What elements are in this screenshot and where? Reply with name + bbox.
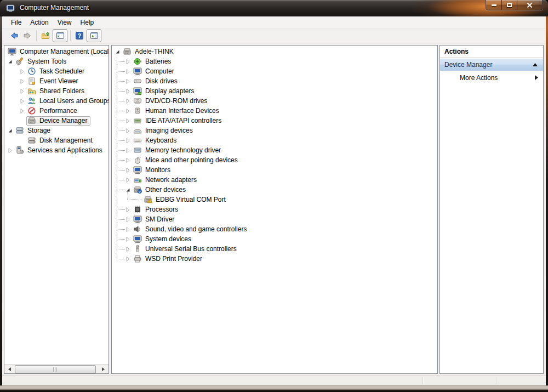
menu-file[interactable]: File	[7, 18, 26, 27]
expander-collapsed-icon[interactable]	[124, 237, 132, 242]
console-tree-panel: Computer Management (LocalSystem ToolsTa…	[4, 45, 109, 374]
expander-collapsed-icon[interactable]	[124, 118, 132, 123]
expander-expanded-icon[interactable]	[114, 49, 122, 54]
expander-collapsed-icon[interactable]	[19, 109, 26, 113]
show-hide-console-tree-button[interactable]	[53, 29, 67, 42]
tree-item[interactable]: Services and Applications	[4, 145, 109, 155]
tree-item[interactable]: System devices	[112, 234, 437, 244]
scroll-left-button[interactable]	[5, 365, 14, 373]
tree-item[interactable]: Monitors	[112, 165, 437, 175]
tree-item[interactable]: Universal Serial Bus controllers	[112, 244, 437, 254]
expander-collapsed-icon[interactable]	[124, 69, 132, 74]
computer-icon	[133, 67, 142, 76]
scroll-right-button[interactable]	[99, 365, 108, 373]
expander-collapsed-icon[interactable]	[19, 89, 26, 94]
window-controls	[486, 0, 543, 10]
window-border-bottom	[0, 385, 548, 392]
tree-item[interactable]: Adele-THINK	[112, 47, 437, 56]
tree-item[interactable]: Storage	[4, 126, 109, 135]
expander-collapsed-icon[interactable]	[124, 148, 132, 153]
main-area: Computer Management (LocalSystem ToolsTa…	[2, 43, 546, 376]
expander-collapsed-icon[interactable]	[124, 79, 132, 84]
collapse-up-icon[interactable]	[533, 63, 538, 66]
tree-item-body: Device Manager	[26, 116, 90, 126]
expander-collapsed-icon[interactable]	[124, 168, 132, 173]
export-list-button[interactable]	[39, 29, 52, 42]
tree-item[interactable]: Imaging devices	[112, 126, 437, 135]
scrollbar-thumb[interactable]	[15, 365, 96, 373]
expander-expanded-icon[interactable]	[7, 59, 14, 64]
tree-item[interactable]: Shared Folders	[4, 86, 109, 96]
tree-item[interactable]: Disk Management	[4, 135, 109, 145]
expander-collapsed-icon[interactable]	[124, 257, 132, 262]
tree-item[interactable]: Computer Management (Local	[4, 47, 109, 56]
tree-item[interactable]: Batteries	[112, 56, 437, 66]
expander-collapsed-icon[interactable]	[124, 217, 132, 222]
tree-item[interactable]: WSD Print Provider	[112, 254, 437, 264]
expander-collapsed-icon[interactable]	[124, 207, 132, 212]
tree-item[interactable]: Device Manager	[4, 116, 109, 126]
tree-item[interactable]: Display adapters	[112, 86, 437, 96]
expander-collapsed-icon[interactable]	[124, 178, 132, 183]
tree-item-body: Monitors	[132, 166, 174, 175]
display-adapters-icon	[133, 87, 142, 95]
expander-collapsed-icon[interactable]	[7, 148, 14, 153]
expander-collapsed-icon[interactable]	[124, 138, 132, 143]
expander-collapsed-icon[interactable]	[124, 109, 132, 113]
tree-item[interactable]: Keyboards	[112, 135, 437, 145]
minimize-button[interactable]	[486, 0, 502, 10]
tree-item-body: Adele-THINK	[122, 47, 177, 56]
tree-item[interactable]: System Tools	[4, 56, 109, 66]
tree-item[interactable]: Local Users and Groups	[4, 96, 109, 106]
screen: Computer Management File Action View Hel…	[0, 0, 548, 392]
tree-item[interactable]: Network adapters	[112, 175, 437, 185]
scrollbar-grip-icon	[53, 367, 58, 372]
maximize-button[interactable]	[502, 0, 517, 10]
client-area: File Action View Help ? Computer Managem…	[2, 16, 546, 385]
expander-collapsed-icon[interactable]	[124, 99, 132, 104]
tree-item-body: Event Viewer	[26, 77, 81, 86]
expander-expanded-icon[interactable]	[124, 188, 132, 192]
expander-collapsed-icon[interactable]	[19, 79, 26, 84]
tree-item[interactable]: Task Scheduler	[4, 66, 109, 76]
actions-group-device-manager[interactable]: Device Manager	[440, 59, 543, 71]
tree-item[interactable]: Disk drives	[112, 76, 437, 86]
tree-item[interactable]: DVD/CD-ROM drives	[112, 96, 437, 106]
tree-item[interactable]: Event Viewer	[4, 76, 109, 86]
menu-help[interactable]: Help	[76, 18, 99, 27]
expander-collapsed-icon[interactable]	[124, 59, 132, 64]
forward-button[interactable]	[21, 29, 34, 42]
help-button[interactable]: ?	[73, 29, 86, 42]
show-hide-action-pane-button[interactable]	[87, 29, 101, 42]
expander-collapsed-icon[interactable]	[124, 227, 132, 232]
tree-item[interactable]: Sound, video and game controllers	[112, 224, 437, 234]
close-button[interactable]	[517, 0, 542, 10]
svg-text:?: ?	[78, 32, 81, 39]
horizontal-scrollbar[interactable]	[4, 364, 109, 373]
expander-collapsed-icon[interactable]	[19, 99, 26, 104]
expander-collapsed-icon[interactable]	[19, 69, 26, 74]
expander-expanded-icon[interactable]	[7, 128, 14, 133]
tree-item[interactable]: Computer	[112, 66, 437, 76]
tree-item[interactable]: Performance	[4, 106, 109, 116]
tree-item[interactable]: ?Other devices	[112, 185, 437, 195]
tree-item[interactable]: Processors	[112, 204, 437, 214]
memory-icon	[133, 146, 142, 155]
expander-collapsed-icon[interactable]	[124, 247, 132, 252]
tree-item[interactable]: SM Driver	[112, 214, 437, 224]
tree-item[interactable]: IDE ATA/ATAPI controllers	[112, 116, 437, 126]
tree-item[interactable]: Human Interface Devices	[112, 106, 437, 116]
menu-view[interactable]: View	[53, 18, 76, 27]
expander-collapsed-icon[interactable]	[124, 128, 132, 133]
expander-collapsed-icon[interactable]	[124, 158, 132, 163]
menu-action[interactable]: Action	[26, 18, 53, 27]
tree-item-label: Imaging devices	[144, 127, 194, 134]
tree-item[interactable]: Memory technology driver	[112, 145, 437, 155]
expander-collapsed-icon[interactable]	[124, 89, 132, 94]
more-actions-item[interactable]: More Actions	[440, 72, 543, 83]
title-bar[interactable]: Computer Management	[0, 0, 548, 16]
sound-icon	[133, 225, 142, 234]
back-button[interactable]	[8, 29, 21, 42]
tree-item[interactable]: EDBG Virtual COM Port	[112, 195, 437, 204]
tree-item[interactable]: Mice and other pointing devices	[112, 155, 437, 165]
